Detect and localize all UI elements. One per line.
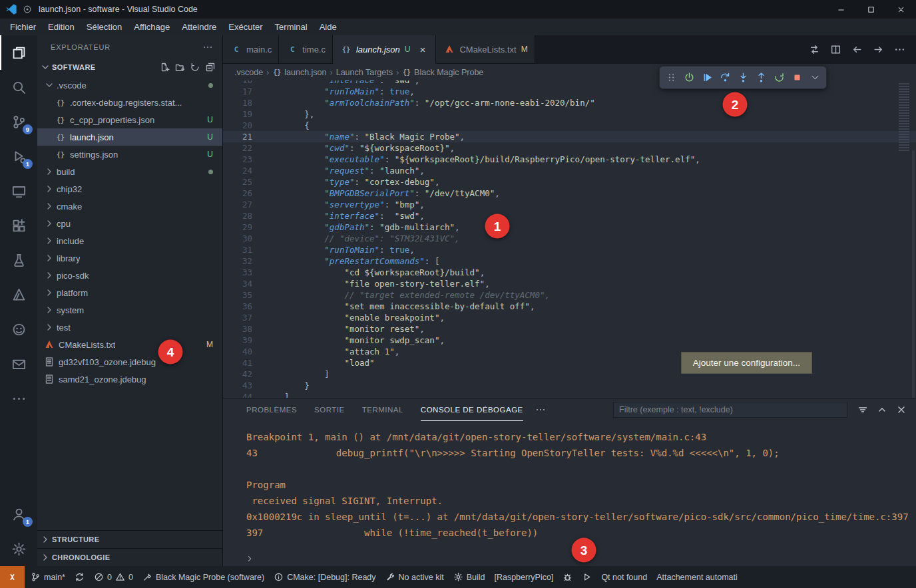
tree-item-chip32[interactable]: chip32 xyxy=(37,180,222,198)
status-cmake-kit[interactable]: No active kit xyxy=(381,566,449,588)
status-cmake-target[interactable]: [RaspberryPico] xyxy=(489,566,558,588)
menu-exécuter[interactable]: Exécuter xyxy=(222,19,268,35)
menu-atteindre[interactable]: Atteindre xyxy=(176,19,222,35)
activity-cmake-tools[interactable] xyxy=(0,277,37,312)
sidebar-more-icon[interactable] xyxy=(202,42,213,53)
tree-item-c_cpp_properties.json[interactable]: {}c_cpp_properties.jsonU xyxy=(37,111,222,128)
status-sync[interactable] xyxy=(70,566,89,588)
ellipsis-icon[interactable] xyxy=(894,44,905,55)
menu-affichage[interactable]: Affichage xyxy=(128,19,176,35)
add-configuration-button[interactable]: Ajouter une configuration... xyxy=(681,352,812,374)
debug-continue-button[interactable] xyxy=(699,70,715,86)
status-problems[interactable]: 00 xyxy=(89,566,138,588)
debug-step-out-button[interactable] xyxy=(753,70,769,86)
section-software[interactable]: SOFTWARE xyxy=(37,59,222,76)
activity-remote-explorer[interactable] xyxy=(0,174,37,208)
activity-messages[interactable] xyxy=(0,347,37,381)
tab-launch.json[interactable]: {}launch.jsonU× xyxy=(333,35,436,64)
tree-item-pico-sdk[interactable]: pico-sdk xyxy=(37,267,222,284)
code-editor[interactable]: 16 "interface": "swd",17 "runToMain": tr… xyxy=(223,80,916,398)
section-structure[interactable]: STRUCTURE xyxy=(37,530,222,548)
tree-item-gd32vf103_ozone.jdebug[interactable]: gd32vf103_ozone.jdebug xyxy=(37,353,222,370)
tree-item-samd21_ozone.jdebug[interactable]: samd21_ozone.jdebug xyxy=(37,370,222,388)
tree-item-.vscode[interactable]: .vscode xyxy=(37,76,222,94)
filter-lines-icon[interactable] xyxy=(857,404,868,415)
chev-up-icon[interactable] xyxy=(877,404,887,415)
status-cmake-build[interactable]: Build xyxy=(449,566,490,588)
status-auto-attach[interactable]: Attachement automati xyxy=(652,566,742,588)
new-file-icon[interactable] xyxy=(159,62,170,73)
menu-edition[interactable]: Edition xyxy=(42,19,81,35)
collapse-all-icon[interactable] xyxy=(205,62,216,73)
activity-source-control[interactable]: 9 xyxy=(0,104,37,139)
status-debug-config[interactable]: Black Magic Probe (software) xyxy=(138,566,269,588)
close-window-button[interactable] xyxy=(886,0,916,19)
activity-extensions[interactable] xyxy=(0,208,37,243)
panel-tab-console-de-débogage[interactable]: CONSOLE DE DÉBOGAGE xyxy=(421,398,523,421)
section-chronologie[interactable]: CHRONOLOGIE xyxy=(37,548,222,566)
tree-item-test[interactable]: test xyxy=(37,319,222,336)
debug-stop-button[interactable] xyxy=(789,70,805,86)
debug-console-input[interactable] xyxy=(223,551,916,566)
breadcrumb-item[interactable]: {}launch.json xyxy=(272,68,326,77)
breadcrumb-item[interactable]: Launch Targets xyxy=(336,68,393,77)
tree-item-library[interactable]: library xyxy=(37,249,222,267)
activity-search[interactable] xyxy=(0,70,37,104)
activity-more-views[interactable] xyxy=(0,381,37,416)
tree-item-cpu[interactable]: cpu xyxy=(37,215,222,232)
close-icon[interactable] xyxy=(896,404,907,415)
status-qt[interactable]: Qt not found xyxy=(596,566,652,588)
status-remote[interactable] xyxy=(0,566,25,588)
new-folder-icon[interactable] xyxy=(174,62,185,73)
breadcrumb-item[interactable]: {}Black Magic Probe xyxy=(402,68,483,77)
arrow-right-icon[interactable] xyxy=(873,44,884,55)
menu-aide[interactable]: Aide xyxy=(314,19,343,35)
panel-tab-terminal[interactable]: TERMINAL xyxy=(362,398,403,421)
debug-drag-handle-button[interactable] xyxy=(663,70,679,86)
debug-step-into-button[interactable] xyxy=(735,70,751,86)
activity-testing[interactable] xyxy=(0,243,37,277)
close-tab-icon[interactable]: × xyxy=(416,43,429,56)
tree-item-include[interactable]: include xyxy=(37,232,222,249)
debug-more-button[interactable] xyxy=(807,70,823,86)
menu-sélection[interactable]: Sélection xyxy=(81,19,128,35)
activity-explorer[interactable] xyxy=(0,35,37,70)
tab-main.c[interactable]: Cmain.c xyxy=(223,35,279,64)
activity-settings[interactable] xyxy=(0,531,37,566)
arrow-left-icon[interactable] xyxy=(851,44,863,55)
refresh-icon[interactable] xyxy=(190,62,200,73)
status-cmake-status[interactable]: CMake: [Debug]: Ready xyxy=(269,566,380,588)
minimize-button[interactable] xyxy=(826,0,856,19)
tree-item-build[interactable]: build xyxy=(37,163,222,180)
panel-more-icon[interactable] xyxy=(535,404,546,415)
activity-run-and-debug[interactable]: 1 xyxy=(0,139,37,174)
panel-tab-problèmes[interactable]: PROBLÈMES xyxy=(246,398,297,421)
tree-item-launch.json[interactable]: {}launch.jsonU xyxy=(37,128,222,146)
editor-scrollbar[interactable] xyxy=(912,150,915,398)
menu-terminal[interactable]: Terminal xyxy=(269,19,314,35)
debug-restart-button[interactable] xyxy=(771,70,787,86)
status-cmake-launch[interactable] xyxy=(577,566,596,588)
debug-pause-button[interactable] xyxy=(681,70,697,86)
breadcrumb-item[interactable]: .vscode xyxy=(234,68,263,77)
activity-assistant[interactable] xyxy=(0,312,37,347)
tree-item-platform[interactable]: platform xyxy=(37,284,222,301)
debug-step-over-button[interactable] xyxy=(717,70,733,86)
status-cmake-debug[interactable] xyxy=(558,566,577,588)
split-icon[interactable] xyxy=(830,44,841,55)
tree-item-system[interactable]: system xyxy=(37,301,222,319)
tree-item-cmake[interactable]: cmake xyxy=(37,198,222,215)
tree-item-.cortex-debug.registers.stat...[interactable]: {}.cortex-debug.registers.stat... xyxy=(37,94,222,111)
panel-tab-sortie[interactable]: SORTIE xyxy=(314,398,345,421)
maximize-button[interactable] xyxy=(856,0,886,19)
minimap[interactable] xyxy=(899,83,909,152)
menu-fichier[interactable]: Fichier xyxy=(4,19,42,35)
debug-filter-input[interactable] xyxy=(613,402,847,418)
tab-cmakelists.txt[interactable]: CMakeLists.txtM xyxy=(436,35,535,64)
status-git-branch[interactable]: main* xyxy=(26,566,70,588)
tree-item-cmakelists.txt[interactable]: CMakeLists.txtM xyxy=(37,336,222,353)
activity-accounts[interactable]: 1 xyxy=(0,497,37,531)
compare-icon[interactable] xyxy=(809,44,820,55)
tab-time.c[interactable]: Ctime.c xyxy=(279,35,333,64)
tree-item-settings.json[interactable]: {}settings.jsonU xyxy=(37,146,222,163)
